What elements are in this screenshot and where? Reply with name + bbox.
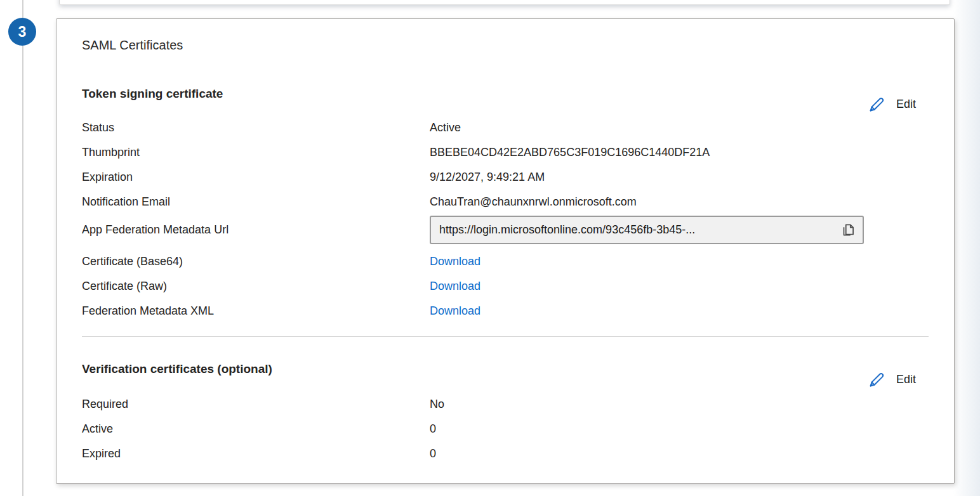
thumbprint-value: BBEBE04CD42E2ABD765C3F019C1696C1440DF21A [430,140,710,165]
previous-card-edge [59,0,950,5]
expiration-value: 9/12/2027, 9:49:21 AM [430,165,545,190]
detail-row-required: Required No [82,392,929,417]
row-label: Federation Metadata XML [82,299,430,323]
detail-row-status: Status Active [82,115,929,140]
page-right-tint [953,0,980,496]
detail-row-expiration: Expiration 9/12/2027, 9:49:21 AM [82,165,929,190]
saml-certificates-card: SAML Certificates Token signing certific… [56,18,955,484]
verification-certificates-heading: Verification certificates (optional) [82,361,929,377]
row-label: Expired [82,441,430,466]
row-label: Certificate (Base64) [82,249,430,274]
row-label: Certificate (Raw) [82,274,430,299]
edit-button-label: Edit [896,373,916,386]
token-certificate-details: Status Active Thumbprint BBEBE04CD42E2AB… [82,115,929,323]
copy-url-button[interactable] [840,222,856,238]
row-label: App Federation Metadata Url [82,223,430,237]
download-certificate-raw-link[interactable]: Download [430,274,480,299]
card-title: SAML Certificates [82,37,929,54]
detail-row-certificate-base64: Certificate (Base64) Download [82,249,929,274]
app-federation-metadata-url-value: https://login.microsoftonline.com/93c456… [439,223,835,237]
verification-certificates-details: Required No Active 0 Expired 0 [82,392,929,466]
pencil-icon [867,95,887,114]
row-label: Expiration [82,165,430,190]
verification-certificates-edit-button[interactable]: Edit [864,369,918,391]
detail-row-active-count: Active 0 [82,417,929,441]
row-label: Active [82,417,430,441]
step-number-badge: 3 [8,18,36,46]
copy-icon [840,231,856,240]
token-signing-certificate-heading: Token signing certificate [82,86,929,101]
detail-row-certificate-raw: Certificate (Raw) Download [82,274,929,299]
download-federation-metadata-xml-link[interactable]: Download [430,299,480,323]
detail-row-app-federation-metadata-url: App Federation Metadata Url https://logi… [82,215,929,245]
expired-count-value: 0 [430,441,436,466]
row-label: Status [82,115,430,140]
download-certificate-base64-link[interactable]: Download [430,249,480,274]
detail-row-notification-email: Notification Email ChauTran@chaunxnrwl.o… [82,190,929,214]
step-timeline-line [22,0,23,496]
detail-row-federation-metadata-xml: Federation Metadata XML Download [82,299,929,323]
active-count-value: 0 [430,417,436,441]
section-divider [82,336,929,337]
notification-email-value: ChauTran@chaunxnrwl.onmicrosoft.com [430,190,637,214]
row-label: Notification Email [82,190,430,214]
token-certificate-edit-button[interactable]: Edit [864,93,918,115]
required-value: No [430,392,444,417]
row-label: Thumbprint [82,140,430,165]
row-label: Required [82,392,430,417]
token-signing-certificate-section: Token signing certificate Edit Status Ac… [82,86,929,323]
verification-certificates-section: Verification certificates (optional) Edi… [82,361,929,466]
detail-row-expired-count: Expired 0 [82,441,929,466]
status-value: Active [430,115,461,140]
detail-row-thumbprint: Thumbprint BBEBE04CD42E2ABD765C3F019C169… [82,140,929,165]
app-federation-metadata-url-field[interactable]: https://login.microsoftonline.com/93c456… [430,216,864,244]
edit-button-label: Edit [896,98,916,111]
pencil-icon [867,370,887,389]
